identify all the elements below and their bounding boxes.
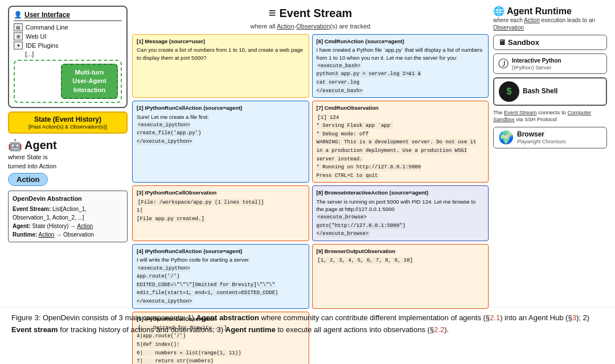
section-link-21: 2.1: [490, 313, 500, 322]
event-4-title: [4] IPythonRunCellAction (source=agent): [137, 247, 305, 255]
event-8-title: [8] BrowseInteractiveAction (source=agen…: [317, 189, 485, 196]
ideplugins-icon: ✦: [14, 42, 23, 49]
section-link-22: 2.2: [434, 325, 444, 334]
ipython-text: Interactive Python (IPython) Server: [512, 57, 561, 71]
ipython-box: Ⓙ Interactive Python (IPython) Server: [493, 53, 607, 74]
sandbox-title: 🖥 Sandbox: [498, 38, 602, 47]
browser-box: 🌍 Browser Playwright Chromium: [493, 127, 607, 148]
agent-runtime-header: 🌐 Agent Runtime: [493, 6, 607, 16]
event-6-content: I have created a Python file `app.py` th…: [317, 46, 485, 94]
action-badge: Action: [8, 173, 48, 186]
center-panel: ≡ Event Stream where all Action-Observat…: [132, 6, 489, 304]
agent-section: 🤖 Agent where State is turned into Actio…: [8, 137, 128, 187]
ui-item-commandline: ▤ Command Line: [14, 23, 122, 31]
browser-logo: 🌍: [498, 130, 514, 145]
event-6: [6] CmdRunAction (source=agent) I have c…: [312, 34, 489, 98]
commandline-icon: ▤: [14, 23, 23, 31]
section-link-3: 3: [572, 313, 576, 322]
abstraction-line4: Runtime: Action → Observation: [13, 230, 123, 239]
event-7-content: [1] 124 * Serving Flask app `app` * Debu…: [317, 113, 485, 180]
bash-logo: $: [499, 81, 519, 102]
event-7-title: [7] CmdRunObservation: [317, 104, 485, 111]
ssh-note: The Event Stream connects to Computer Sa…: [493, 109, 607, 123]
ui-item-ideplugins: ✦ IDE Plugins: [14, 42, 122, 49]
sandbox-box: 🖥 Sandbox: [493, 35, 607, 50]
event-9-title: [9] BrowserOutputObservation: [317, 247, 485, 255]
ui-item-webui: ⊞ Web UI: [14, 32, 122, 40]
event-2-title: [2] IPythonRunCellAction (source=agent): [137, 104, 305, 111]
event-stream-subtitle: where all Action-Observation(s) are trac…: [132, 23, 489, 30]
browser-text-area: Browser Playwright Chromium: [517, 130, 566, 145]
event-7: [7] CmdRunObservation [1] 124 * Serving …: [312, 101, 489, 183]
event-2-content: Sure! Let me create a file first: <execu…: [137, 113, 305, 146]
event-1: [1] Message (source=user) Can you create…: [132, 34, 309, 98]
abstraction-line3: Agent: State (History) → Action: [13, 222, 123, 230]
event-stream-icon: ≡: [269, 6, 276, 20]
ui-item-more: [...]: [14, 51, 122, 57]
event-3-title: [3] IPythonRunCellObservation: [137, 189, 305, 196]
state-box: State (Event History) [Past Action(s) & …: [8, 111, 128, 134]
event-8-content: The server is running on port 5000 with …: [317, 198, 485, 238]
right-panel: 🌐 Agent Runtime where each Action execut…: [493, 6, 607, 304]
agent-title: 🤖 Agent: [8, 138, 57, 152]
user-icon: 👤: [14, 11, 22, 19]
event-4: [4] IPythonRunCellAction (source=agent) …: [132, 244, 309, 309]
bash-text-area: Bash Shell: [523, 87, 557, 96]
bash-shell-box: $ Bash Shell: [493, 77, 607, 106]
event-2: [2] IPythonRunCellAction (source=agent) …: [132, 101, 309, 183]
agent-runtime-subtitle: where each Action execution leads to an …: [493, 16, 607, 31]
event-3: [3] IPythonRunCellObservation [File: /wo…: [132, 185, 309, 241]
event-6-title: [6] CmdRunAction (source=agent): [317, 38, 485, 45]
event-9-content: [1, 2, 3, 4, 5, 6, 7, 8, 9, 10]: [317, 256, 485, 264]
monitor-icon: 🖥: [498, 38, 506, 47]
abstraction-box: OpenDevin Abstraction Event Stream: List…: [8, 191, 128, 243]
robot-icon: 🤖: [8, 138, 22, 152]
event-3-content: [File: /workspace/app.py (1 lines total)…: [137, 198, 305, 223]
multi-turn-box: Multi-turn User-Agent Interaction: [61, 64, 118, 99]
event-stream-header: ≡ Event Stream: [132, 6, 489, 20]
globe-icon: 🌐: [493, 6, 505, 16]
event-1-content: Can you create a list of numbers from 1 …: [137, 46, 305, 61]
agent-desc: where State is turned into Action: [8, 153, 56, 171]
user-interface-title: 👤 User Interface: [14, 11, 122, 21]
abstraction-line1: Event Stream: List[Action_1,: [13, 205, 123, 213]
ipython-logo: Ⓙ: [498, 57, 509, 71]
event-4-content: I will write the Python code for startin…: [137, 256, 305, 305]
event-1-title: [1] Message (source=user): [137, 38, 305, 45]
webui-icon: ⊞: [14, 32, 23, 40]
event-8: [8] BrowseInteractiveAction (source=agen…: [312, 185, 489, 241]
event-9: [9] BrowserOutputObservation [1, 2, 3, 4…: [312, 244, 489, 309]
abstraction-line2: Observation_1, Action_2, ...]: [13, 213, 123, 222]
left-panel: 👤 User Interface ▤ Command Line ⊞ Web UI…: [8, 6, 128, 304]
agent-runtime-header-section: 🌐 Agent Runtime where each Action execut…: [493, 6, 607, 31]
